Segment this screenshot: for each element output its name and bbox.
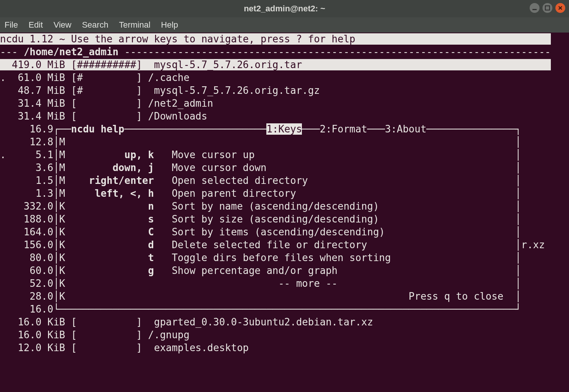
menubar: File Edit View Search Terminal Help — [0, 17, 569, 33]
svg-rect-0 — [532, 9, 536, 10]
svg-rect-1 — [545, 6, 549, 10]
menu-search[interactable]: Search — [82, 20, 109, 30]
minimize-button[interactable] — [530, 3, 539, 13]
terminal-output[interactable]: ncdu 1.12 ~ Use the arrow keys to naviga… — [0, 33, 569, 392]
menu-file[interactable]: File — [5, 20, 18, 30]
window-controls — [530, 3, 565, 13]
menu-edit[interactable]: Edit — [28, 20, 43, 30]
menu-terminal[interactable]: Terminal — [119, 20, 150, 30]
window-title: net2_admin@net2: ~ — [244, 4, 325, 14]
close-button[interactable] — [555, 3, 565, 13]
window-titlebar: net2_admin@net2: ~ — [0, 0, 569, 17]
maximize-button[interactable] — [543, 3, 552, 13]
menu-view[interactable]: View — [53, 20, 71, 30]
menu-help[interactable]: Help — [161, 20, 178, 30]
terminal-window: net2_admin@net2: ~ File Edit View Search… — [0, 0, 569, 392]
